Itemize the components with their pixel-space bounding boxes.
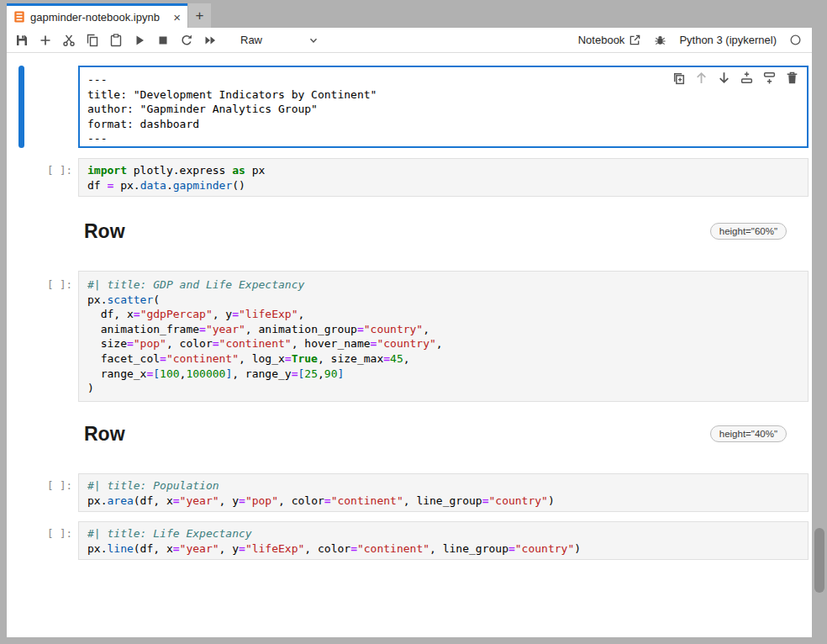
copy-cell-icon[interactable] — [86, 34, 99, 47]
toolbar-right: Notebook Python 3 (ipykernel) — [578, 34, 802, 46]
code-cell-imports[interactable]: import plotly.express as pxdf = px.data.… — [78, 158, 809, 197]
input-prompt: [ ]: — [29, 163, 72, 178]
kernel-status-icon — [789, 34, 802, 46]
cell-toolbar — [672, 71, 799, 85]
paste-cell-icon[interactable] — [109, 34, 123, 47]
add-cell-icon[interactable] — [39, 34, 52, 47]
move-down-icon[interactable] — [717, 71, 731, 85]
code-editor[interactable]: #| title: Populationpx.area(df, x="year"… — [87, 478, 808, 508]
height-attribute-badge-60: height="60%" — [710, 223, 787, 240]
kernel-name[interactable]: Python 3 (ipykernel) — [679, 34, 777, 46]
chevron-down-icon — [308, 34, 319, 46]
run-all-icon[interactable] — [203, 34, 217, 47]
cell-type-dropdown[interactable]: Raw — [240, 34, 319, 46]
code-editor[interactable]: #| title: Life Expectancypx.line(df, x="… — [87, 526, 808, 556]
input-prompt: [ ]: — [29, 277, 72, 293]
raw-cell-frontmatter[interactable]: ---title: "Development Indicators by Con… — [78, 66, 809, 148]
close-tab-icon[interactable]: × — [173, 11, 181, 24]
window-scrollbar-thumb[interactable] — [814, 528, 824, 593]
height-attribute-badge-40: height="40%" — [710, 425, 787, 442]
notebook-view-switch[interactable]: Notebook — [578, 34, 642, 46]
code-editor[interactable]: #| title: GDP and Life Expectancypx.scat… — [87, 277, 808, 396]
move-up-icon — [694, 71, 708, 85]
code-editor[interactable]: import plotly.express as pxdf = px.data.… — [87, 163, 808, 193]
markdown-cell-row-1[interactable]: Row — [84, 220, 125, 243]
restart-kernel-icon[interactable] — [180, 34, 193, 47]
save-icon[interactable] — [15, 34, 29, 47]
stop-icon[interactable] — [156, 34, 170, 47]
input-prompt: [ ]: — [29, 478, 72, 494]
code-cell-scatter[interactable]: #| title: GDP and Life Expectancypx.scat… — [78, 271, 809, 402]
jupyterlab-window: gapminder-notebook.ipynb × + Raw Noteboo… — [0, 0, 827, 644]
notebook-file-icon — [13, 11, 25, 24]
code-cell-line[interactable]: #| title: Life Expectancypx.line(df, x="… — [78, 521, 809, 560]
markdown-cell-row-2[interactable]: Row — [84, 423, 125, 446]
row-heading-2: Row — [84, 423, 125, 446]
active-cell-collapser[interactable] — [18, 66, 24, 148]
delete-cell-icon[interactable] — [785, 71, 799, 85]
input-prompt: [ ]: — [29, 526, 72, 541]
cell-type-value: Raw — [240, 34, 262, 46]
external-link-icon — [629, 34, 641, 46]
tab-gapminder-notebook[interactable]: gapminder-notebook.ipynb × — [7, 3, 187, 28]
insert-above-icon[interactable] — [740, 71, 754, 85]
tab-title: gapminder-notebook.ipynb — [30, 11, 160, 24]
toolbar-left-icons — [15, 34, 227, 47]
row-heading-1: Row — [84, 220, 125, 243]
code-cell-area[interactable]: #| title: Populationpx.area(df, x="year"… — [78, 473, 809, 512]
new-tab-button[interactable]: + — [188, 3, 211, 28]
notebook-toolbar: Raw Notebook Python 3 (ipykernel) — [7, 28, 812, 53]
duplicate-cell-icon[interactable] — [672, 71, 686, 85]
run-icon[interactable] — [133, 34, 146, 47]
notebook-label: Notebook — [578, 34, 625, 46]
insert-below-icon[interactable] — [762, 71, 777, 85]
cut-cell-icon[interactable] — [62, 34, 76, 47]
notebook-panel: Raw Notebook Python 3 (ipykernel) — [7, 28, 812, 637]
debugger-bug-icon[interactable] — [654, 34, 666, 46]
